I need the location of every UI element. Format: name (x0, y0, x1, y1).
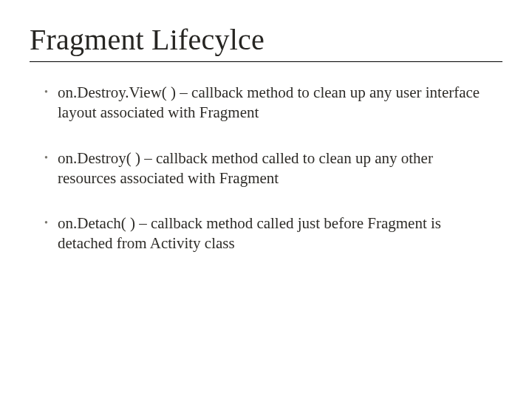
slide-title: Fragment Lifecylce (30, 22, 502, 57)
bullet-item: on.Detach( ) – callback method called ju… (44, 214, 488, 254)
bullet-item: on.Destroy.View( ) – callback method to … (44, 83, 488, 123)
slide: Fragment Lifecylce on.Destroy.View( ) – … (0, 0, 532, 399)
bullet-item: on.Destroy( ) – callback method called t… (44, 149, 488, 189)
title-rule (30, 61, 502, 62)
bullet-list: on.Destroy.View( ) – callback method to … (30, 83, 502, 254)
